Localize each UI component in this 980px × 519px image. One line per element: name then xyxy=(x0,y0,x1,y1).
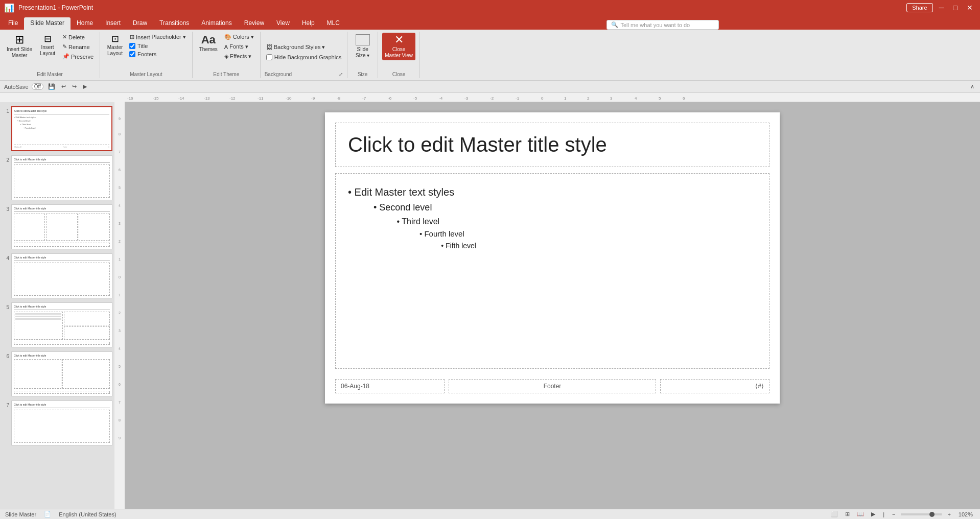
content-placeholder[interactable]: • Edit Master text styles • Second level… xyxy=(335,173,769,369)
insert-layout-button[interactable]: ⊟ InsertLayout xyxy=(37,33,58,58)
zoom-thumb[interactable] xyxy=(929,512,935,517)
tab-draw[interactable]: Draw xyxy=(127,17,153,30)
background-expand-icon[interactable]: ⤢ xyxy=(339,72,343,77)
tab-file[interactable]: File xyxy=(2,17,24,30)
footer-date-box[interactable]: 06-Aug-18 xyxy=(335,379,445,393)
search-bar[interactable]: 🔍 Tell me what you want to do xyxy=(606,20,719,30)
slide-sorter-icon[interactable]: ⊞ xyxy=(844,510,851,518)
tab-home[interactable]: Home xyxy=(71,17,99,30)
title-placeholder[interactable]: Click to edit Master title style xyxy=(335,123,769,167)
slide-thumbnail-2[interactable]: Click to edit Master title style xyxy=(11,155,112,200)
svg-text:8: 8 xyxy=(119,132,121,136)
slide-thumb-3[interactable]: 3 Click to edit Master title style xyxy=(2,204,112,249)
preserve-button[interactable]: 📌 Preserve xyxy=(60,52,96,61)
zoom-in-button[interactable]: + xyxy=(946,511,952,518)
svg-text:4: 4 xyxy=(635,96,637,101)
workspace: 9 8 7 6 5 4 3 2 1 0 1 2 3 4 5 6 7 8 9 xyxy=(114,102,980,509)
svg-rect-24 xyxy=(114,102,125,509)
insert-slide-master-icon: ⊞ xyxy=(15,34,24,45)
delete-button[interactable]: ✕ Delete xyxy=(60,33,96,41)
themes-button[interactable]: Aa Themes xyxy=(197,33,220,54)
footers-checkbox[interactable]: Footers xyxy=(128,51,188,58)
slide-thumb-4[interactable]: 4 Click to edit Master title style xyxy=(2,253,112,298)
tab-help[interactable]: Help xyxy=(296,17,321,30)
content-level-3: • Third level xyxy=(379,215,757,228)
autosave-toggle[interactable]: Off xyxy=(32,83,43,90)
footer-center-box[interactable]: Footer xyxy=(449,379,656,393)
slide-thumbnail-1[interactable]: Click to edit Master title style • Edit … xyxy=(11,106,112,151)
content-level-5: • Fifth level xyxy=(409,240,757,251)
fonts-button[interactable]: A Fonts ▾ xyxy=(222,42,256,51)
svg-text:-9: -9 xyxy=(311,96,315,101)
reading-view-icon[interactable]: 📖 xyxy=(855,510,866,518)
tab-insert[interactable]: Insert xyxy=(99,17,127,30)
title-checkbox[interactable]: Title xyxy=(128,42,188,50)
background-styles-icon: 🖼 xyxy=(267,44,272,50)
zoom-out-button[interactable]: − xyxy=(891,511,897,518)
effects-button[interactable]: ◈ Effects ▾ xyxy=(222,52,256,61)
svg-text:-15: -15 xyxy=(153,96,159,101)
svg-text:1: 1 xyxy=(564,96,567,101)
status-right: ⬜ ⊞ 📖 ▶ | − + 102% xyxy=(829,510,975,518)
tab-animations[interactable]: Animations xyxy=(195,17,238,30)
tab-review[interactable]: Review xyxy=(238,17,270,30)
svg-text:-5: -5 xyxy=(413,96,417,101)
rename-button[interactable]: ✎ Rename xyxy=(60,42,96,51)
svg-text:0: 0 xyxy=(541,96,544,101)
zoom-level[interactable]: 102% xyxy=(956,511,975,517)
maximize-button[interactable]: □ xyxy=(950,3,961,13)
insert-placeholder-button[interactable]: ⊞ Insert Placeholder ▾ xyxy=(128,33,188,41)
canvas-area: Click to edit Master title style • Edit … xyxy=(125,102,980,509)
slide-thumb-2[interactable]: 2 Click to edit Master title style xyxy=(2,155,112,200)
present-button[interactable]: ▶ xyxy=(81,83,88,90)
svg-text:-10: -10 xyxy=(286,96,292,101)
slide-thumbnail-4[interactable]: Click to edit Master title style xyxy=(11,253,112,298)
tab-view[interactable]: View xyxy=(270,17,296,30)
close-window-button[interactable]: ✕ xyxy=(964,3,976,13)
content-level-2: • Second level xyxy=(363,200,757,215)
slide-thumbnail-6[interactable]: Click to edit Master title style xyxy=(11,351,112,396)
slideshow-icon[interactable]: ▶ xyxy=(870,510,877,518)
collapse-ribbon-button[interactable]: ∧ xyxy=(969,83,976,90)
normal-view-icon[interactable]: ⬜ xyxy=(829,510,839,518)
tab-slide-master[interactable]: Slide Master xyxy=(24,17,71,30)
ribbon-group-size: SlideSize ▾ Size xyxy=(347,32,378,78)
footer-area: 06-Aug-18 Footer ⟨#⟩ xyxy=(335,379,769,393)
master-title-text: Click to edit Master title style xyxy=(348,133,757,156)
zoom-slider[interactable] xyxy=(901,513,942,515)
share-button[interactable]: Share xyxy=(906,3,932,12)
delete-icon: ✕ xyxy=(62,34,67,40)
footer-center-text: Footer xyxy=(544,383,562,390)
undo-button[interactable]: ↩ xyxy=(60,83,67,90)
content-level-4: • Fourth level xyxy=(394,228,757,240)
status-notes-icon[interactable]: 📄 xyxy=(42,510,53,518)
slide-thumb-5[interactable]: 5 Click to edit Master title style xyxy=(2,302,112,347)
slide-thumbnail-3[interactable]: Click to edit Master title style xyxy=(11,204,112,249)
slide-size-button[interactable]: SlideSize ▾ xyxy=(352,33,374,60)
colors-button[interactable]: 🎨 Colors ▾ xyxy=(222,33,256,41)
tab-transitions[interactable]: Transitions xyxy=(153,17,195,30)
svg-text:-11: -11 xyxy=(258,96,264,101)
background-styles-button[interactable]: 🖼 Background Styles ▾ xyxy=(265,43,328,52)
save-button[interactable]: 💾 xyxy=(46,83,57,90)
search-placeholder: Tell me what you want to do xyxy=(620,22,690,28)
slide-thumb-6[interactable]: 6 Click to edit Master title style xyxy=(2,351,112,396)
svg-text:4: 4 xyxy=(119,347,121,350)
redo-button[interactable]: ↪ xyxy=(71,83,78,90)
footer-page-box[interactable]: ⟨#⟩ xyxy=(660,379,769,393)
insert-slide-master-button[interactable]: ⊞ Insert SlideMaster xyxy=(4,33,35,60)
autosave-label: AutoSave xyxy=(4,84,29,90)
tab-mlc[interactable]: MLC xyxy=(321,17,346,30)
slide-thumbnail-7[interactable]: Click to edit Master title style xyxy=(11,400,112,445)
master-layout-button[interactable]: ⊡ MasterLayout xyxy=(104,33,126,58)
svg-text:3: 3 xyxy=(119,222,121,225)
slide-thumb-7[interactable]: 7 Click to edit Master title style xyxy=(2,400,112,445)
slide-thumb-1[interactable]: 1 Click to edit Master title style • Edi… xyxy=(2,106,112,151)
slide-thumbnail-5[interactable]: Click to edit Master title style xyxy=(11,302,112,347)
ribbon-group-edit-master: ⊞ Insert SlideMaster ⊟ InsertLayout ✕ De… xyxy=(0,32,100,78)
ruler-marks: -16 -15 -14 -13 -12 -11 -10 -9 -8 -7 -6 … xyxy=(125,93,980,102)
close-master-view-button[interactable]: ✕ CloseMaster View xyxy=(382,33,415,60)
hide-bg-graphics-checkbox[interactable]: Hide Background Graphics xyxy=(265,54,343,61)
minimize-button[interactable]: ─ xyxy=(936,3,947,13)
svg-text:1: 1 xyxy=(119,293,121,297)
